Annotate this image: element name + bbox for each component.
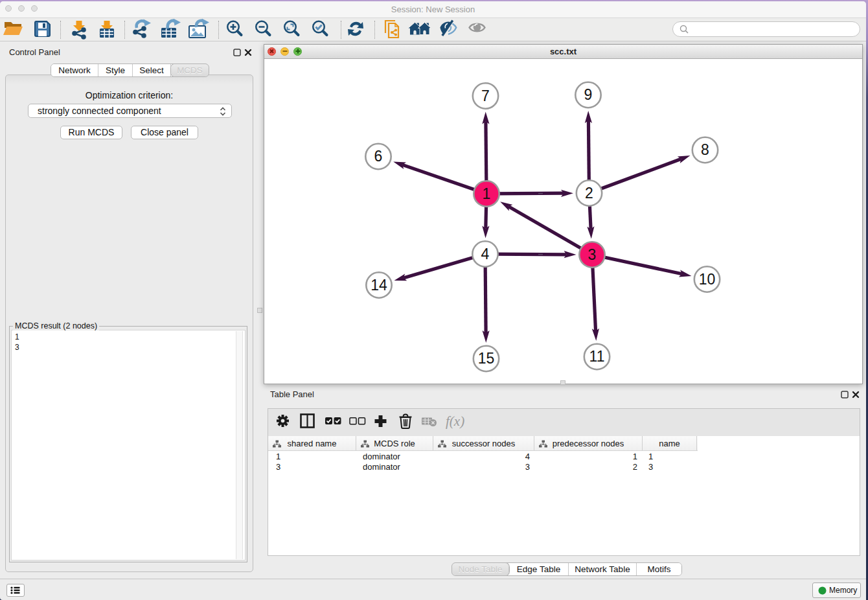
svg-text:15: 15 [478, 350, 495, 367]
svg-text:3: 3 [588, 246, 597, 263]
svg-text:10: 10 [699, 271, 716, 288]
svg-text:f(x): f(x) [446, 413, 464, 429]
svg-text:14: 14 [371, 277, 387, 294]
svg-text:1: 1 [483, 185, 491, 202]
svg-text:9: 9 [584, 86, 593, 103]
svg-text:2: 2 [585, 185, 593, 202]
svg-text:7: 7 [481, 87, 490, 104]
svg-text:8: 8 [701, 141, 709, 158]
svg-text:6: 6 [374, 148, 383, 165]
svg-text:11: 11 [589, 348, 605, 365]
svg-text:4: 4 [481, 246, 490, 262]
